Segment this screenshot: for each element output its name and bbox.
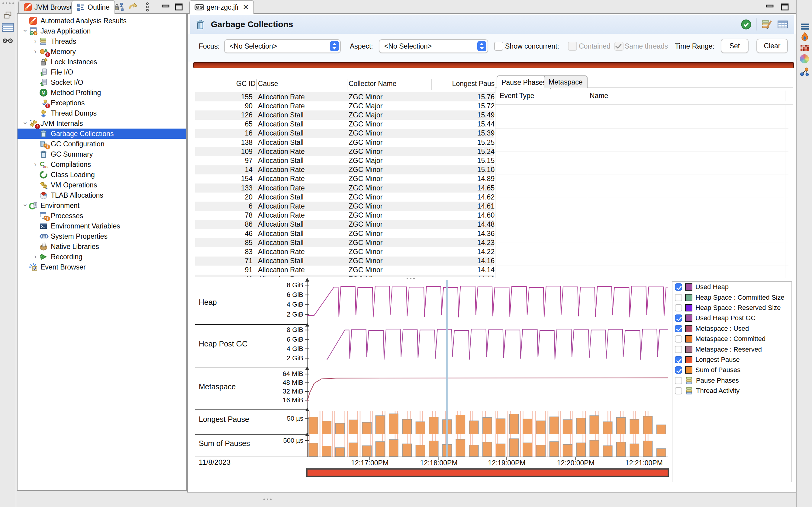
tree-item-gc-summary[interactable]: GC Summary <box>17 149 186 159</box>
tree-item-memory[interactable]: ›!Memory <box>17 47 186 57</box>
tree-item-method-profiling[interactable]: MMethod Profiling <box>17 88 186 98</box>
result-ok-icon[interactable] <box>741 19 752 30</box>
gc-table-row[interactable]: 20Allocation StallZGC Minor14.620 <box>195 192 494 202</box>
col-name[interactable]: Name <box>590 92 608 100</box>
gc-table-row[interactable]: 154Allocation RateZGC Minor14.890 <box>195 174 494 183</box>
gc-table-row[interactable]: 83Allocation RateZGC Minor14.228 <box>195 247 494 256</box>
lock-tree-icon[interactable] <box>114 2 124 12</box>
rules-edit-icon[interactable] <box>762 19 773 29</box>
table-settings-icon[interactable] <box>777 20 788 29</box>
minimize-view-icon[interactable] <box>160 2 171 12</box>
maximize-editor-icon[interactable] <box>779 2 790 12</box>
legend-checkbox[interactable] <box>675 335 682 343</box>
gc-table-row[interactable]: 133Allocation RateZGC Minor14.652 <box>195 183 494 192</box>
legend-checkbox[interactable] <box>675 294 682 301</box>
tree-item-socket-i-o[interactable]: Socket I/O <box>17 77 186 88</box>
gc-table-row[interactable]: 14Allocation RateZGC Minor15.104 <box>195 165 494 174</box>
tree-item-compilations[interactable]: ›C010Compilations <box>17 159 186 170</box>
gc-table-row[interactable]: 97Allocation StallZGC Major15.156 <box>195 156 494 165</box>
gc-table-row[interactable]: 91Allocation RateZGC Minor14.147 <box>195 266 494 275</box>
gc-table-row[interactable]: 86Allocation StallZGC Minor14.482 <box>195 220 494 229</box>
gc-table-row[interactable]: 65Allocation StallZGC Minor15.442 <box>195 120 494 129</box>
chevron-closed-icon[interactable]: › <box>32 253 39 261</box>
chevron-open-icon[interactable]: ⌄ <box>21 200 29 208</box>
gc-table-row[interactable]: 155Allocation RateZGC Minor15.766 <box>195 92 494 101</box>
tree-item-environment[interactable]: ⌄Environment <box>17 201 186 211</box>
legend-checkbox[interactable] <box>675 304 682 312</box>
pause-phases-header[interactable]: Event Type Name <box>495 88 793 105</box>
tree-item-event-browser[interactable]: Event Browser <box>17 262 186 272</box>
collapse-arrow-icon[interactable] <box>128 2 138 12</box>
tree-item-thread-dumps[interactable]: Thread Dumps <box>17 108 186 118</box>
tree-item-processes[interactable]: iiProcesses <box>17 211 186 221</box>
gc-table-row[interactable]: 6Allocation RateZGC Minor14.617 <box>195 202 494 211</box>
set-button[interactable]: Set <box>721 39 749 53</box>
minimize-editor-icon[interactable] <box>764 2 775 12</box>
col-event-type[interactable]: Event Type <box>500 92 535 100</box>
tree-item-exceptions[interactable]: J!Exceptions <box>17 98 186 108</box>
flight-recording-glasses-icon[interactable] <box>2 38 13 44</box>
show-concurrent-checkbox[interactable] <box>494 42 503 51</box>
view-menu-kebab-icon[interactable] <box>142 2 153 12</box>
legend-checkbox[interactable] <box>675 377 682 384</box>
tree-item-system-properties[interactable]: System Properties <box>17 231 186 241</box>
clear-button[interactable]: Clear <box>756 39 788 53</box>
col-gc-id[interactable]: GC ID <box>236 80 256 88</box>
tree-item-tlab-allocations[interactable]: TLAB Allocations <box>17 190 186 201</box>
chevron-open-icon[interactable]: ⌄ <box>21 25 29 34</box>
tab-pause-phases[interactable]: Pause Phases <box>497 75 551 89</box>
tree-item-threads[interactable]: ›Threads <box>17 36 186 47</box>
heatmap-icon[interactable] <box>801 45 809 51</box>
legend-checkbox[interactable] <box>675 367 682 374</box>
tree-item-lock-instances[interactable]: Lock Instances <box>17 57 186 67</box>
maximize-view-icon[interactable] <box>173 2 184 12</box>
tree-item-garbage-collections[interactable]: Garbage Collections <box>17 128 186 139</box>
legend-checkbox[interactable] <box>675 283 682 291</box>
gc-table-row[interactable]: 71Allocation StallZGC Minor14.161 <box>195 257 494 266</box>
chevron-closed-icon[interactable]: › <box>32 48 39 56</box>
col-cause[interactable]: Cause <box>258 80 278 88</box>
gc-table-row[interactable]: 138Allocation StallZGC Minor15.255 <box>195 138 494 147</box>
gc-table-row[interactable]: 78Allocation RateZGC Minor14.608 <box>195 211 494 220</box>
tree-item-recording[interactable]: ›Recording <box>17 252 186 262</box>
editor-tab-gen-zgc[interactable]: gen-zgc.jfr ✕ <box>189 0 254 14</box>
close-tab-icon[interactable]: ✕ <box>243 3 249 11</box>
tree-item-file-i-o[interactable]: File I/O <box>17 67 186 77</box>
legend-checkbox[interactable] <box>675 325 682 332</box>
bottom-splitter-handle[interactable] <box>263 499 271 500</box>
chevron-closed-icon[interactable]: › <box>32 161 39 168</box>
aspect-select[interactable]: <No Selection> <box>379 39 488 53</box>
tree-item-vm-operations[interactable]: VM Operations <box>17 180 186 190</box>
menu-lines-icon[interactable] <box>801 23 810 30</box>
tree-item-class-loading[interactable]: Class Loading <box>17 170 186 180</box>
legend-checkbox[interactable] <box>675 387 682 394</box>
gc-table-row[interactable]: 109Allocation RateZGC Minor15.240 <box>195 147 494 156</box>
tree-item-automated-analysis-results[interactable]: Automated Analysis Results <box>17 16 186 26</box>
chevron-closed-icon[interactable]: › <box>32 38 39 45</box>
color-wheel-icon[interactable] <box>800 54 809 63</box>
dependency-graph-icon[interactable] <box>800 67 810 77</box>
tab-metaspace[interactable]: Metaspace <box>544 75 588 88</box>
gc-table-row[interactable]: 126Allocation StallZGC Major15.491 <box>195 110 494 119</box>
tab-outline[interactable]: Outline <box>71 0 115 14</box>
tree-item-java-application[interactable]: ⌄CiJava Application <box>17 26 186 36</box>
tree-item-native-libraries[interactable]: Native Libraries <box>17 241 186 252</box>
gc-table-row[interactable]: 85Allocation StallZGC Minor14.239 <box>195 238 494 247</box>
flame-graph-icon[interactable] <box>800 32 810 42</box>
time-range-slider[interactable] <box>193 62 794 68</box>
gc-table-row[interactable]: 40Allocation RateZGC Minor14.132 <box>195 275 494 277</box>
focus-select[interactable]: <No Selection> <box>224 39 341 53</box>
table-view-icon[interactable] <box>2 23 14 33</box>
col-collector-name[interactable]: Collector Name <box>349 80 397 88</box>
gc-table-row[interactable]: 16Allocation StallZGC Minor15.397 <box>195 129 494 138</box>
gc-table-row[interactable]: 90Allocation RateZGC Major15.726 <box>195 101 494 110</box>
chevron-open-icon[interactable]: ⌄ <box>21 117 29 126</box>
legend-checkbox[interactable] <box>675 346 682 353</box>
restore-window-icon[interactable] <box>3 11 12 20</box>
gc-table-header[interactable]: GC ID Cause Collector Name Longest Pause <box>195 77 495 93</box>
tree-item-environment-variables[interactable]: Environment Variables <box>17 221 186 231</box>
gc-table-row[interactable]: 46Allocation StallZGC Minor14.363 <box>195 229 494 238</box>
legend-checkbox[interactable] <box>675 315 682 322</box>
col-longest-pause[interactable]: Longest Pause <box>433 80 495 88</box>
legend-checkbox[interactable] <box>675 356 682 363</box>
